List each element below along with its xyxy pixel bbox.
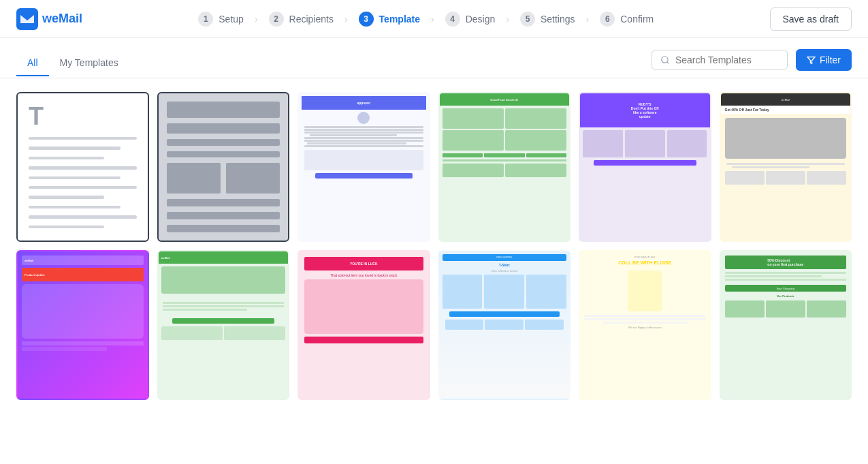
- template-card[interactable]: FREE SHIPPING T-Shirt New collection arr…: [438, 250, 571, 400]
- step-template[interactable]: 3 Template: [348, 12, 431, 27]
- product-image: [304, 279, 423, 334]
- template-card[interactable]: Presenting COLL BE WITH ELOISE We are Ha…: [579, 250, 711, 400]
- block: [167, 151, 280, 157]
- step-label-recipients: Recipients: [289, 14, 334, 25]
- line: [443, 159, 567, 161]
- logo-icon: [16, 8, 38, 30]
- line: [29, 186, 137, 189]
- tabs: All My Templates: [16, 50, 129, 76]
- block: [167, 102, 280, 118]
- block: [167, 139, 280, 145]
- wemail-green-cta: [172, 318, 275, 324]
- template-card[interactable]: appsero: [298, 92, 430, 242]
- template-card[interactable]: T: [16, 92, 149, 242]
- product-image: [505, 108, 566, 129]
- template-card[interactable]: weMail Get 40% Off Just For Today: [720, 92, 852, 242]
- logo-text: weMail: [42, 12, 82, 26]
- step-number-2: 2: [269, 12, 284, 27]
- line: [163, 305, 285, 307]
- wemail-watch-header: weMail: [721, 93, 851, 106]
- step-recipients[interactable]: 2 Recipients: [258, 12, 344, 27]
- line: [163, 302, 285, 304]
- step-number-4: 4: [445, 12, 460, 27]
- steps-nav: 1 Setup › 2 Recipients › 3 Template › 4 …: [187, 12, 664, 27]
- desc-line: [584, 318, 706, 320]
- content-line: [307, 142, 406, 144]
- tag: [443, 153, 483, 157]
- logo[interactable]: weMail: [16, 8, 82, 30]
- product-thumb: [725, 171, 765, 185]
- search-input[interactable]: [675, 55, 779, 65]
- template-card[interactable]: YOU'RE IN LUCK That sold-out item you lo…: [298, 250, 430, 400]
- template-card[interactable]: weMail Product Update: [16, 250, 149, 400]
- block: [167, 163, 221, 194]
- block: [167, 225, 280, 232]
- appsero-avatar: [357, 112, 370, 124]
- step-label-confirm: Confirm: [620, 14, 654, 25]
- appsero-cta: [315, 173, 413, 179]
- tshirt-item: [525, 320, 564, 330]
- content-line: [304, 132, 423, 134]
- product-thumb: [766, 171, 805, 185]
- product-update-inner: weMail Product Update: [18, 251, 148, 399]
- template-card[interactable]: 50% Discounton your first purchase Start…: [720, 250, 852, 400]
- step-confirm[interactable]: 6 Confirm: [589, 12, 664, 27]
- product-box: [766, 300, 805, 318]
- pink-luck-title: YOU'RE IN LUCK: [304, 257, 423, 270]
- template-card[interactable]: [157, 92, 290, 242]
- content-line: [310, 134, 397, 136]
- product-box: [725, 300, 765, 318]
- product-image: [443, 164, 504, 177]
- line: [29, 157, 104, 159]
- discount-cta: Start Shopping: [725, 285, 847, 292]
- sub-line: [725, 272, 847, 274]
- step-design[interactable]: 4 Design: [434, 12, 507, 27]
- tag: [526, 153, 567, 157]
- two-column-row: [167, 163, 280, 194]
- block: [167, 199, 280, 206]
- product-item: [526, 275, 566, 309]
- svg-point-1: [662, 57, 668, 63]
- discount-header: 50% Discounton your first purchase: [725, 256, 847, 269]
- template-card[interactable]: weMail: [157, 250, 290, 400]
- content-line: [304, 126, 423, 128]
- product-image: [505, 130, 566, 151]
- line: [29, 215, 137, 218]
- block: [167, 212, 280, 219]
- content-lines: [159, 296, 289, 316]
- content-line: [304, 137, 423, 139]
- save-draft-button[interactable]: Save as draft: [770, 7, 852, 31]
- line: [22, 347, 107, 351]
- tshirt-tag: FREE SHIPPING: [443, 254, 567, 261]
- tab-all[interactable]: All: [16, 50, 49, 76]
- collab-footer: We are Happy to Announce: [628, 326, 662, 329]
- tshirt-products: [443, 275, 567, 309]
- content-line: [304, 129, 423, 131]
- tab-my-templates[interactable]: My Templates: [49, 50, 129, 76]
- wemail-offer: Get 40% Off Just For Today: [721, 106, 851, 114]
- block: [226, 163, 280, 194]
- line: [29, 176, 120, 179]
- template-card[interactable]: RUDY'SDon't Put this Offlike a softwareu…: [579, 92, 711, 242]
- appsero-image: [304, 150, 423, 170]
- product-update-title: Product Update: [22, 268, 144, 281]
- header: weMail 1 Setup › 2 Recipients › 3 Templa…: [0, 0, 868, 38]
- product-item: [484, 275, 524, 309]
- filter-label: Filter: [820, 55, 841, 65]
- step-label-design: Design: [466, 14, 496, 25]
- desc-line: [584, 315, 706, 317]
- step-label-settings: Settings: [541, 14, 575, 25]
- blank-t-char: T: [29, 104, 137, 129]
- content-line: [304, 140, 423, 142]
- search-box[interactable]: [652, 50, 788, 70]
- discount-section: Our Products: [725, 294, 847, 298]
- step-settings[interactable]: 5 Settings: [509, 12, 586, 27]
- sub-line: [725, 279, 847, 281]
- template-card[interactable]: Good Food Good Life: [438, 92, 571, 242]
- block: [167, 123, 280, 134]
- tag: [484, 153, 525, 157]
- line: [29, 226, 104, 228]
- step-setup[interactable]: 1 Setup: [187, 12, 255, 27]
- search-icon: [660, 55, 670, 65]
- filter-button[interactable]: Filter: [796, 49, 852, 71]
